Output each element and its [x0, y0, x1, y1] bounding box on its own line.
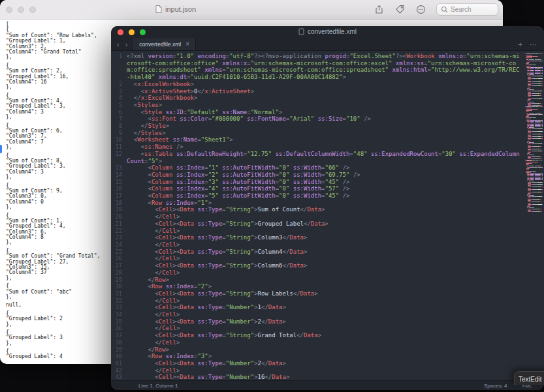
minimap-mark	[538, 182, 543, 183]
minimap-mark	[529, 194, 530, 195]
forward-button[interactable]: ›	[125, 41, 128, 48]
minimap-line	[525, 202, 543, 202]
minimap-line	[525, 127, 543, 127]
code-line: 14 <Column ss:Index="2" ss:AutoFitWidth=…	[111, 172, 522, 179]
minimap-line	[525, 146, 543, 147]
document-icon	[155, 5, 162, 13]
textedit-peek-window[interactable]: TextEdit	[514, 371, 544, 385]
zoom-button[interactable]	[29, 7, 36, 13]
textedit-toolbar[interactable]: input.json	[0, 0, 503, 20]
code-line: 24 </Cell>	[111, 241, 522, 249]
minimap-mark	[526, 57, 532, 58]
more-options-button[interactable]	[415, 4, 426, 15]
minimap-mark	[529, 100, 530, 101]
minimap-mark	[526, 163, 532, 164]
code-editor-content[interactable]: 1<?xml version="1.0" encoding="utf-8"?><…	[111, 51, 524, 380]
minimap-line	[525, 66, 543, 67]
minimap-mark	[532, 110, 532, 111]
minimap-line	[525, 77, 543, 78]
code-line-text: <Styles>	[127, 102, 522, 109]
code-line-text: <Cell><Data ss:Type="Number">16</Data>	[127, 374, 522, 380]
minimap-mark	[541, 93, 541, 94]
minimap-line	[525, 164, 543, 165]
editor-titlebar[interactable]: convertedfile.xml	[111, 26, 544, 38]
minimap-line	[525, 188, 543, 188]
code-line-text: </Cell>	[127, 269, 522, 277]
line-number: 16	[111, 185, 127, 192]
minimap-mark	[529, 153, 530, 154]
minimap-line	[525, 168, 543, 169]
minimap-mark	[529, 141, 530, 142]
line-number: 25	[111, 249, 127, 256]
minimap-mark	[542, 123, 543, 123]
minimap-mark	[534, 127, 534, 128]
minimap-mark	[530, 173, 537, 173]
search-input[interactable]	[451, 6, 494, 13]
minimap-mark	[542, 175, 543, 176]
minimap-line	[525, 142, 543, 143]
minimap-mark	[536, 117, 536, 118]
minimap-line	[525, 149, 543, 149]
minimap-line	[525, 124, 543, 125]
tab-close-icon[interactable]: ×	[185, 41, 189, 48]
code-line-text: <Cell><Data ss:Type="String">Sum of Coun…	[127, 206, 522, 213]
code-line-text: <Cell><Data ss:Type="String">Column6</Da…	[127, 262, 522, 269]
new-tab-button[interactable]: +	[519, 41, 522, 48]
status-indentation[interactable]: Spaces: 4	[484, 383, 507, 389]
minimap-mark	[529, 88, 530, 89]
minimap-line	[525, 104, 543, 105]
minimap-line	[525, 74, 543, 75]
minimap-mark	[542, 70, 543, 70]
minimap-line	[525, 59, 543, 59]
minimap-mark	[538, 128, 543, 129]
toolbar-actions	[374, 3, 498, 16]
minimap-mark	[530, 149, 531, 150]
minimap-mark	[532, 108, 532, 108]
minimap-line	[525, 102, 543, 102]
minimap-line	[525, 106, 543, 107]
minimap-mark	[541, 211, 542, 212]
minimize-button[interactable]	[18, 7, 24, 13]
minimap-line	[525, 183, 543, 184]
code-line: 38 </Cell>	[111, 339, 522, 346]
line-number: 5	[111, 102, 127, 109]
code-line: 41 <Cell><Data ss:Type="Number">2</Data>	[111, 360, 522, 367]
minimap-line	[525, 158, 543, 159]
minimap-line	[525, 138, 543, 139]
line-number: 42	[111, 367, 127, 374]
code-line-text: <Row ss:Index="1">	[127, 200, 522, 207]
code-line: 27 <Cell><Data ss:Type="String">Column6<…	[111, 262, 522, 269]
code-editor-window: convertedfile.xml ‹ › convertedfile.xml …	[111, 26, 544, 390]
tab-convertedfile-xml[interactable]: convertedfile.xml ×	[133, 38, 196, 50]
minimap-mark	[530, 104, 531, 105]
minimap-line	[525, 61, 543, 61]
tab-overflow-button[interactable]: ⋯	[530, 41, 537, 48]
minimap-mark	[541, 103, 541, 104]
search-field[interactable]	[436, 3, 498, 16]
back-button[interactable]: ‹	[117, 41, 120, 48]
minimap-line	[525, 200, 543, 201]
code-line: 18 <Row ss:Index="1">	[111, 200, 522, 207]
minimap-mark	[530, 145, 531, 145]
minimap-line	[525, 131, 543, 132]
minimap-mark	[526, 110, 532, 111]
minimap-mark	[530, 99, 531, 100]
status-cursor-position[interactable]: Line 1, Column 1	[138, 383, 178, 389]
close-button[interactable]	[6, 7, 12, 13]
minimap[interactable]	[524, 51, 544, 380]
minimap-mark	[527, 162, 532, 162]
minimap-mark	[532, 55, 532, 55]
line-number: 14	[111, 172, 127, 179]
share-button[interactable]	[374, 4, 385, 15]
minimap-mark	[537, 56, 538, 57]
minimap-line	[525, 120, 543, 121]
minimap-mark	[530, 94, 531, 95]
desktop: input.json [{"Sum of Count": "Row Labels…	[0, 0, 544, 392]
tag-button[interactable]	[394, 4, 406, 15]
minimap-line	[525, 209, 543, 209]
minimap-line	[525, 211, 543, 212]
code-line-text: <Column ss:Index="2" ss:AutoFitWidth="0"…	[127, 172, 522, 179]
code-line: 28 </Cell>	[111, 269, 522, 277]
window-title-text: convertedfile.xml	[308, 28, 357, 35]
minimap-line	[525, 196, 543, 197]
